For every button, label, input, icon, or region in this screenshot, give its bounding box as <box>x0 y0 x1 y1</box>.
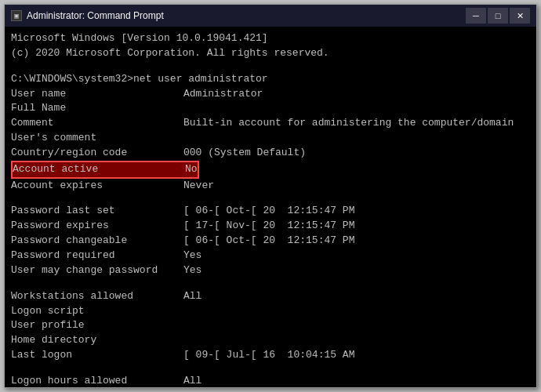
field-row: Account expiresNever <box>11 179 530 194</box>
field-row: User may change passwordYes <box>11 263 530 278</box>
title-bar-left: ▣ Administrator: Command Prompt <box>11 10 164 21</box>
header-line-2: (c) 2020 Microsoft Corporation. All righ… <box>11 46 530 61</box>
field-row: Password changeable[ 06-[ Oct-[ 20 12:15… <box>11 234 530 249</box>
field-row: User nameAdministrator <box>11 87 530 102</box>
minimize-button[interactable]: ─ <box>466 8 486 24</box>
field-row: Workstations allowedAll <box>11 289 530 304</box>
field-row: User's comment <box>11 131 530 146</box>
password-fields-container: Password last set[ 06-[ Oct-[ 20 12:15:4… <box>11 204 530 278</box>
command-prompt-window: ▣ Administrator: Command Prompt ─ □ ✕ Mi… <box>4 4 537 388</box>
close-button[interactable]: ✕ <box>510 8 530 24</box>
maximize-button[interactable]: □ <box>488 8 508 24</box>
title-bar: ▣ Administrator: Command Prompt ─ □ ✕ <box>5 5 536 27</box>
window-controls: ─ □ ✕ <box>466 8 530 24</box>
app-icon: ▣ <box>11 10 22 21</box>
field-row: Password last set[ 06-[ Oct-[ 20 12:15:4… <box>11 204 530 219</box>
field-row: Password requiredYes <box>11 249 530 263</box>
terminal-content: Microsoft Windows [Version 10.0.19041.42… <box>5 27 536 387</box>
field-row: Full Name <box>11 101 530 116</box>
blank-line <box>11 61 530 72</box>
blank-line-3 <box>11 278 530 289</box>
field-row: Account activeNo <box>11 161 530 179</box>
workstation-fields-container: Workstations allowedAllLogon scriptUser … <box>11 289 530 363</box>
field-row: Logon hours allowedAll <box>11 374 530 387</box>
field-row: Password expires[ 17-[ Nov-[ 20 12:15:47… <box>11 219 530 234</box>
blank-line-2 <box>11 193 530 204</box>
field-row: Logon script <box>11 304 530 319</box>
field-row: Last logon[ 09-[ Jul-[ 16 10:04:15 AM <box>11 348 530 363</box>
field-row: User profile <box>11 318 530 333</box>
logon-fields-container: Logon hours allowedAll <box>11 374 530 387</box>
command-input-line: C:\WINDOWS\system32>net user administrat… <box>11 72 530 87</box>
header-line-1: Microsoft Windows [Version 10.0.19041.42… <box>11 31 530 46</box>
fields-container: User nameAdministratorFull NameCommentBu… <box>11 87 530 194</box>
blank-line-4 <box>11 363 530 374</box>
field-row: CommentBuilt-in account for administerin… <box>11 116 530 131</box>
field-row: Country/region code000 (System Default) <box>11 146 530 161</box>
field-row: Home directory <box>11 333 530 348</box>
window-title: Administrator: Command Prompt <box>27 10 164 21</box>
